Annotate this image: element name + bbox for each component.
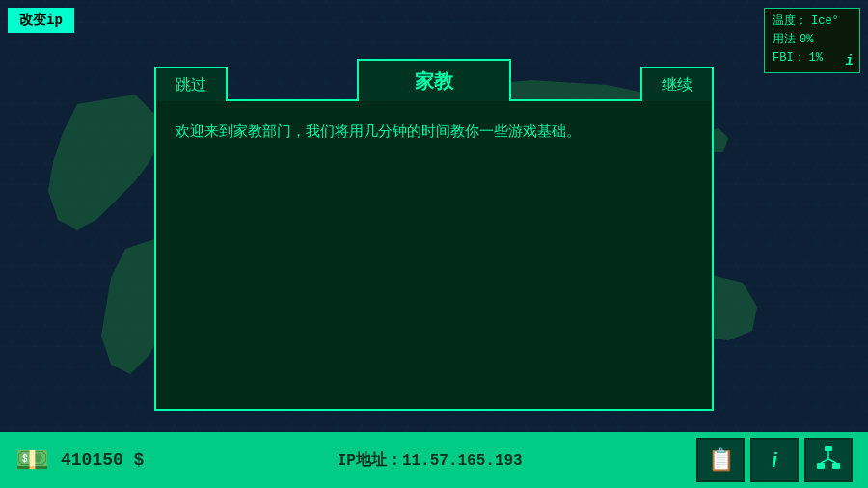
right-spacer — [510, 99, 640, 101]
notes-button[interactable]: 📋 — [696, 438, 745, 482]
continue-button[interactable]: 继续 — [640, 67, 714, 101]
method-label: 用法 — [773, 31, 796, 49]
dialog-container: 跳过 家教 继续 欢迎来到家教部门，我们将用几分钟的时间教你一些游戏基础。 — [154, 58, 714, 411]
info-icon: i — [772, 449, 777, 472]
dialog-body-text: 欢迎来到家教部门，我们将用几分钟的时间教你一些游戏基础。 — [176, 121, 692, 146]
dialog-top-bar: 跳过 家教 继续 — [154, 58, 714, 101]
svg-rect-1 — [817, 463, 825, 469]
money-amount: 410150 $ — [61, 450, 144, 470]
network-button[interactable] — [804, 438, 853, 482]
panel-info-icon: i — [846, 53, 854, 68]
svg-rect-2 — [832, 463, 840, 469]
dialog-content: 欢迎来到家教部门，我们将用几分钟的时间教你一些游戏基础。 — [154, 101, 714, 411]
change-ip-button[interactable]: 改变ip — [8, 8, 74, 33]
left-spacer — [228, 99, 358, 101]
temp-value: Ice° — [811, 13, 839, 31]
skip-button[interactable]: 跳过 — [154, 67, 228, 101]
svg-line-4 — [821, 459, 828, 463]
status-bar: 💵 410150 $ IP地址：11.57.165.193 📋 i — [0, 432, 868, 488]
notes-icon: 📋 — [708, 447, 734, 473]
fbi-label: FBI： — [773, 49, 805, 68]
money-icon: 💵 — [15, 444, 49, 476]
dialog-title: 家教 — [357, 59, 511, 101]
svg-rect-0 — [825, 446, 832, 451]
status-icons-group: 📋 i — [696, 438, 853, 482]
fbi-value: 1% — [809, 49, 823, 68]
svg-line-5 — [828, 459, 836, 463]
temp-label: 温度： — [773, 13, 807, 31]
info-panel: 温度： Ice° 用法 0% FBI： 1% i — [764, 8, 860, 73]
method-value: 0% — [800, 31, 813, 49]
ip-address-label: IP地址：11.57.165.193 — [175, 450, 685, 471]
info-button[interactable]: i — [750, 438, 799, 482]
network-icon — [815, 444, 842, 476]
